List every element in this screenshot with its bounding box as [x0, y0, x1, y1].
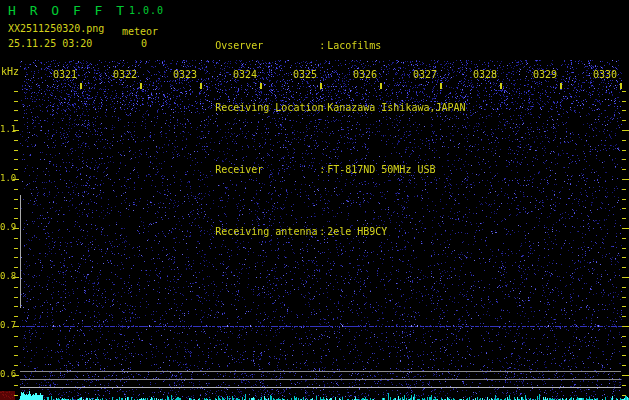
info-row-observer: Ovserver:Lacofilms — [179, 28, 466, 65]
time-tick-label: 0326 — [347, 69, 377, 80]
freq-tick-label: 0.7 — [0, 320, 14, 330]
time-tick-label: 0322 — [107, 69, 137, 80]
mode-label: meteor — [122, 26, 158, 37]
info-separator: : — [319, 164, 327, 176]
freq-tick-label: 1.1 — [0, 124, 14, 134]
time-tick-label: 0329 — [527, 69, 557, 80]
time-tick-label: 0330 — [587, 69, 617, 80]
info-separator: : — [319, 102, 327, 114]
time-tick-label: 0323 — [167, 69, 197, 80]
freq-tick-label: 0.6 — [0, 369, 14, 379]
info-row-antenna: Receiving antenna:2ele HB9CY — [179, 214, 466, 251]
app-title: H R O F F T — [8, 3, 127, 18]
info-separator: : — [319, 40, 327, 52]
info-value: Kanazawa Ishikawa,JAPAN — [327, 102, 465, 114]
hrofft-screen: H R O F F T 1.0.0 XX2511250320.png meteo… — [0, 0, 629, 400]
freq-tick-label: 0.9 — [0, 222, 14, 232]
info-label: Ovserver — [215, 40, 319, 52]
info-row-receiver: Receiver:FT-817ND 50MHz USB — [179, 152, 466, 189]
info-row-location: Receiving Location:Kanazawa Ishikawa,JAP… — [179, 90, 466, 127]
time-tick-label: 0324 — [227, 69, 257, 80]
time-tick-label: 0325 — [287, 69, 317, 80]
freq-tick-label: 0.8 — [0, 271, 14, 281]
freq-tick-label: 1.0 — [0, 173, 14, 183]
app-version: 1.0.0 — [129, 5, 164, 16]
output-filename: XX2511250320.png — [8, 23, 104, 34]
station-info: Ovserver:Lacofilms Receiving Location:Ka… — [179, 3, 466, 276]
info-separator: : — [319, 226, 327, 238]
freq-axis-unit: kHz — [1, 66, 19, 77]
time-tick-label: 0328 — [467, 69, 497, 80]
info-label: Receiving antenna — [215, 226, 319, 238]
observation-datetime: 25.11.25 03:20 — [8, 38, 92, 49]
time-tick-label: 0321 — [47, 69, 77, 80]
time-tick-label: 0327 — [407, 69, 437, 80]
info-value: Lacofilms — [327, 40, 381, 52]
meteor-count: 0 — [141, 38, 147, 49]
info-value: FT-817ND 50MHz USB — [327, 164, 435, 176]
info-label: Receiving Location — [215, 102, 319, 114]
info-label: Receiver — [215, 164, 319, 176]
info-value: 2ele HB9CY — [327, 226, 387, 238]
